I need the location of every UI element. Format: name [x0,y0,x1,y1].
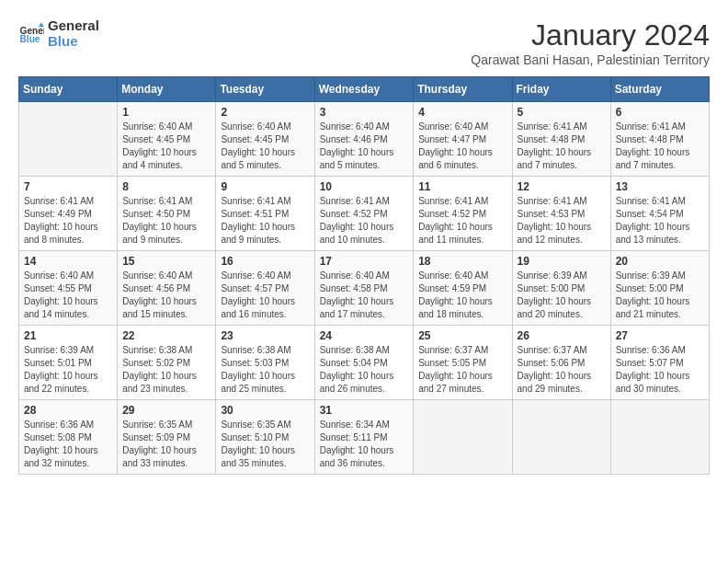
calendar-cell: 4Sunrise: 6:40 AMSunset: 4:47 PMDaylight… [414,102,512,177]
day-number: 16 [221,255,309,268]
day-number: 6 [616,106,704,119]
calendar-cell: 23Sunrise: 6:38 AMSunset: 5:03 PMDayligh… [216,326,314,400]
day-number: 18 [418,255,506,268]
day-number: 10 [320,180,409,193]
day-info: Sunrise: 6:41 AMSunset: 4:54 PMDaylight:… [616,195,704,247]
calendar-cell: 9Sunrise: 6:41 AMSunset: 4:51 PMDaylight… [216,177,314,251]
calendar-header-row: SundayMondayTuesdayWednesdayThursdayFrid… [19,77,710,102]
calendar-cell: 24Sunrise: 6:38 AMSunset: 5:04 PMDayligh… [314,326,414,400]
day-info: Sunrise: 6:36 AMSunset: 5:07 PMDaylight:… [616,344,704,396]
logo-general: General [48,18,99,34]
day-number: 1 [122,106,210,119]
day-info: Sunrise: 6:38 AMSunset: 5:04 PMDaylight:… [320,344,409,396]
calendar-cell: 28Sunrise: 6:36 AMSunset: 5:08 PMDayligh… [19,400,118,475]
header-saturday: Saturday [610,77,709,102]
day-number: 8 [122,180,210,193]
day-info: Sunrise: 6:40 AMSunset: 4:59 PMDaylight:… [418,270,506,321]
calendar-cell: 6Sunrise: 6:41 AMSunset: 4:48 PMDaylight… [610,102,709,177]
calendar-cell: 13Sunrise: 6:41 AMSunset: 4:54 PMDayligh… [610,177,709,251]
calendar-cell: 7Sunrise: 6:41 AMSunset: 4:49 PMDaylight… [19,177,118,251]
header-sunday: Sunday [19,77,118,102]
week-row-0: 1Sunrise: 6:40 AMSunset: 4:45 PMDaylight… [19,102,710,177]
calendar-cell: 27Sunrise: 6:36 AMSunset: 5:07 PMDayligh… [610,326,709,400]
calendar-cell [19,102,118,177]
day-number: 31 [320,404,409,417]
day-info: Sunrise: 6:41 AMSunset: 4:50 PMDaylight:… [122,195,210,247]
day-number: 28 [24,404,112,417]
month-title: January 2024 [471,18,710,52]
day-number: 21 [24,329,112,342]
header-monday: Monday [118,77,216,102]
day-info: Sunrise: 6:37 AMSunset: 5:06 PMDaylight:… [518,344,606,396]
calendar-cell: 21Sunrise: 6:39 AMSunset: 5:01 PMDayligh… [19,326,118,400]
day-info: Sunrise: 6:38 AMSunset: 5:03 PMDaylight:… [221,344,309,396]
day-number: 17 [320,255,409,268]
logo-blue: Blue [48,34,99,50]
calendar-cell: 8Sunrise: 6:41 AMSunset: 4:50 PMDaylight… [118,177,216,251]
day-info: Sunrise: 6:40 AMSunset: 4:58 PMDaylight:… [320,270,409,321]
week-row-3: 21Sunrise: 6:39 AMSunset: 5:01 PMDayligh… [19,326,710,400]
header-friday: Friday [512,77,610,102]
day-info: Sunrise: 6:41 AMSunset: 4:52 PMDaylight:… [320,195,409,247]
calendar-table: SundayMondayTuesdayWednesdayThursdayFrid… [18,76,710,475]
calendar-cell [512,400,610,475]
calendar-cell: 30Sunrise: 6:35 AMSunset: 5:10 PMDayligh… [216,400,314,475]
day-number: 30 [221,404,309,417]
day-number: 15 [122,255,210,268]
day-number: 9 [221,180,309,193]
day-info: Sunrise: 6:39 AMSunset: 5:00 PMDaylight:… [616,270,704,321]
calendar-cell: 22Sunrise: 6:38 AMSunset: 5:02 PMDayligh… [118,326,216,400]
calendar-body: 1Sunrise: 6:40 AMSunset: 4:45 PMDaylight… [19,102,710,475]
day-info: Sunrise: 6:38 AMSunset: 5:02 PMDaylight:… [122,344,210,396]
day-info: Sunrise: 6:41 AMSunset: 4:48 PMDaylight:… [616,121,704,172]
calendar-cell: 20Sunrise: 6:39 AMSunset: 5:00 PMDayligh… [610,251,709,326]
calendar-cell: 3Sunrise: 6:40 AMSunset: 4:46 PMDaylight… [314,102,414,177]
header-wednesday: Wednesday [314,77,414,102]
day-info: Sunrise: 6:37 AMSunset: 5:05 PMDaylight:… [418,344,506,396]
calendar-cell: 12Sunrise: 6:41 AMSunset: 4:53 PMDayligh… [512,177,610,251]
day-info: Sunrise: 6:41 AMSunset: 4:52 PMDaylight:… [418,195,506,247]
calendar-cell: 25Sunrise: 6:37 AMSunset: 5:05 PMDayligh… [414,326,512,400]
day-number: 3 [320,106,409,119]
day-info: Sunrise: 6:40 AMSunset: 4:45 PMDaylight:… [122,121,210,172]
calendar-cell [610,400,709,475]
day-number: 2 [221,106,309,119]
logo: General Blue General Blue [18,18,99,49]
svg-marker-2 [39,22,44,27]
calendar-cell: 14Sunrise: 6:40 AMSunset: 4:55 PMDayligh… [19,251,118,326]
day-number: 11 [418,180,506,193]
header: General Blue General Blue January 2024 Q… [18,18,710,67]
day-number: 25 [418,329,506,342]
day-number: 24 [320,329,409,342]
day-info: Sunrise: 6:41 AMSunset: 4:49 PMDaylight:… [24,195,112,247]
calendar-cell: 18Sunrise: 6:40 AMSunset: 4:59 PMDayligh… [414,251,512,326]
svg-text:Blue: Blue [20,34,40,44]
calendar-cell: 29Sunrise: 6:35 AMSunset: 5:09 PMDayligh… [118,400,216,475]
day-info: Sunrise: 6:40 AMSunset: 4:45 PMDaylight:… [221,121,309,172]
calendar-cell: 17Sunrise: 6:40 AMSunset: 4:58 PMDayligh… [314,251,414,326]
day-info: Sunrise: 6:35 AMSunset: 5:10 PMDaylight:… [221,419,309,470]
calendar-cell: 11Sunrise: 6:41 AMSunset: 4:52 PMDayligh… [414,177,512,251]
calendar-cell: 15Sunrise: 6:40 AMSunset: 4:56 PMDayligh… [118,251,216,326]
calendar-cell: 2Sunrise: 6:40 AMSunset: 4:45 PMDaylight… [216,102,314,177]
day-info: Sunrise: 6:41 AMSunset: 4:51 PMDaylight:… [221,195,309,247]
week-row-1: 7Sunrise: 6:41 AMSunset: 4:49 PMDaylight… [19,177,710,251]
calendar-cell: 26Sunrise: 6:37 AMSunset: 5:06 PMDayligh… [512,326,610,400]
day-number: 20 [616,255,704,268]
day-info: Sunrise: 6:40 AMSunset: 4:55 PMDaylight:… [24,270,112,321]
day-info: Sunrise: 6:41 AMSunset: 4:53 PMDaylight:… [518,195,606,247]
title-section: January 2024 Qarawat Bani Hasan, Palesti… [471,18,710,67]
day-number: 26 [518,329,606,342]
calendar-cell: 5Sunrise: 6:41 AMSunset: 4:48 PMDaylight… [512,102,610,177]
day-info: Sunrise: 6:35 AMSunset: 5:09 PMDaylight:… [122,419,210,470]
logo-icon: General Blue [18,21,44,47]
day-info: Sunrise: 6:40 AMSunset: 4:57 PMDaylight:… [221,270,309,321]
day-number: 22 [122,329,210,342]
calendar-cell: 10Sunrise: 6:41 AMSunset: 4:52 PMDayligh… [314,177,414,251]
day-number: 5 [518,106,606,119]
calendar-cell: 31Sunrise: 6:34 AMSunset: 5:11 PMDayligh… [314,400,414,475]
day-number: 19 [518,255,606,268]
day-number: 23 [221,329,309,342]
day-number: 27 [616,329,704,342]
day-number: 12 [518,180,606,193]
